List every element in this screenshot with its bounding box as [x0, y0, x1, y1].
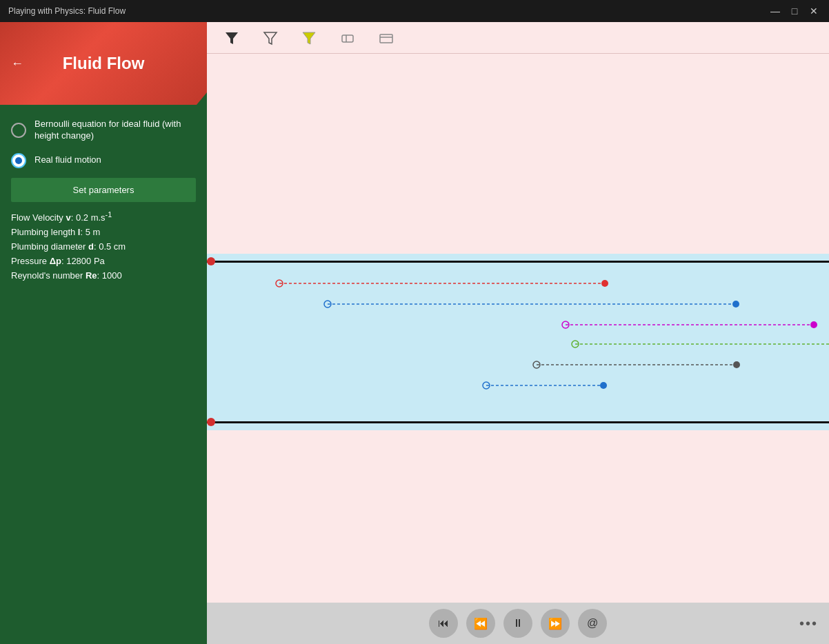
pipe-bottom-wall [207, 421, 829, 423]
sidebar-header: ← Fluid Flow [0, 22, 207, 105]
playback-bar: ⏮ ⏪ ⏸ ⏩ @ ••• [207, 603, 829, 644]
svg-rect-3 [342, 35, 353, 42]
radio-label-real-fluid: Real fluid motion [34, 154, 101, 166]
minimize-button[interactable]: — [768, 4, 782, 18]
parameters-list: Flow Velocity v: 0.2 m.s-1 Plumbing leng… [0, 205, 207, 286]
param-pressure: Pressure Δp: 12800 Pa [11, 256, 196, 266]
flow-lines-svg [207, 263, 829, 421]
param-velocity: Flow Velocity v: 0.2 m.s-1 [11, 210, 196, 223]
pipe-area [207, 254, 829, 430]
radio-circle-real-fluid [11, 153, 26, 168]
pipe-top-wall [207, 261, 829, 263]
radio-label-bernoulli: Bernoulli equation for ideal fluid (with… [34, 119, 196, 142]
rewind-button[interactable]: ⏪ [466, 609, 495, 638]
svg-point-24 [600, 382, 607, 389]
param-reynolds: Reynold's number Re: 1000 [11, 270, 196, 281]
maximize-button[interactable]: □ [788, 4, 801, 18]
param-diameter: Plumbing diameter d: 0.5 cm [11, 241, 196, 252]
radio-circle-bernoulli [11, 123, 26, 138]
pause-button[interactable]: ⏸ [503, 609, 532, 638]
main-layout: ← Fluid Flow Bernoulli equation for idea… [0, 22, 829, 644]
card-icon[interactable] [375, 27, 397, 49]
svg-point-9 [601, 280, 608, 287]
fast-forward-button[interactable]: ⏩ [541, 609, 570, 638]
simulation-area [207, 54, 829, 603]
funnel-yellow-icon[interactable] [298, 27, 320, 49]
sim-top-area [207, 54, 829, 254]
window-title: Playing with Physics: Fluid Flow [8, 6, 126, 16]
at-button[interactable]: @ [578, 609, 607, 638]
sidebar: ← Fluid Flow Bernoulli equation for idea… [0, 22, 207, 644]
sidebar-options: Bernoulli equation for ideal fluid (with… [0, 112, 207, 175]
radio-real-fluid[interactable]: Real fluid motion [11, 153, 196, 168]
back-button[interactable]: ← [11, 57, 23, 71]
svg-marker-1 [264, 32, 277, 44]
funnel-empty-icon[interactable] [259, 27, 281, 49]
svg-point-12 [732, 301, 739, 308]
set-parameters-button[interactable]: Set parameters [11, 178, 196, 202]
toolbar [207, 22, 829, 54]
page-title: Fluid Flow [63, 54, 145, 73]
main-content: ⏮ ⏪ ⏸ ⏩ @ ••• [207, 22, 829, 644]
svg-marker-0 [226, 32, 238, 44]
titlebar: Playing with Physics: Fluid Flow — □ ✕ [0, 0, 829, 22]
skip-to-start-button[interactable]: ⏮ [429, 609, 458, 638]
param-length: Plumbing length l: 5 m [11, 227, 196, 237]
svg-point-21 [733, 361, 740, 368]
svg-marker-2 [303, 32, 315, 44]
more-options-button[interactable]: ••• [799, 616, 818, 632]
close-button[interactable]: ✕ [807, 4, 821, 18]
radio-bernoulli[interactable]: Bernoulli equation for ideal fluid (with… [11, 119, 196, 142]
svg-point-15 [810, 321, 817, 328]
eraser-icon[interactable] [337, 27, 359, 49]
funnel-full-icon[interactable] [221, 27, 243, 49]
window-controls: — □ ✕ [768, 4, 821, 18]
svg-rect-5 [380, 34, 392, 43]
